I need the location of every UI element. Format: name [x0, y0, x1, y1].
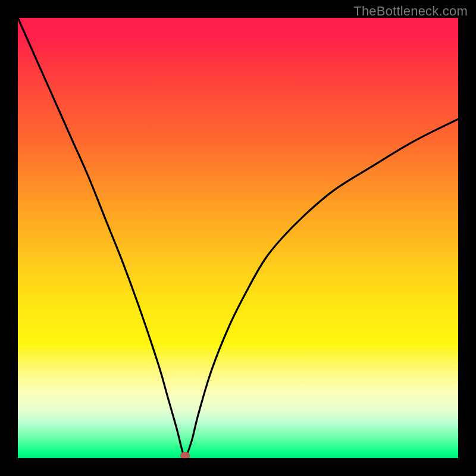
plot-area — [18, 18, 458, 458]
optimal-point-marker — [180, 452, 190, 458]
curve-svg — [18, 18, 458, 458]
chart-container: TheBottleneck.com — [0, 0, 476, 476]
watermark-text: TheBottleneck.com — [353, 4, 468, 19]
bottleneck-curve — [18, 18, 458, 458]
